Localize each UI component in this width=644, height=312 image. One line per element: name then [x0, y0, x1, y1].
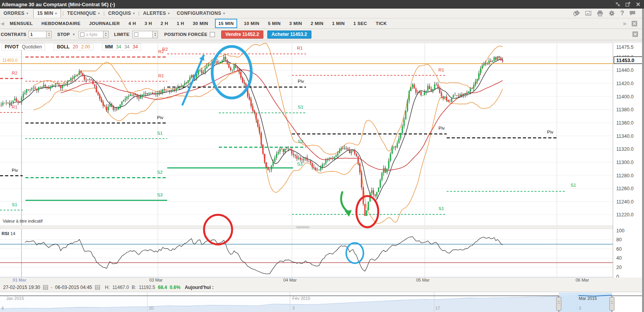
- timeframe-3-h[interactable]: 3 H: [145, 20, 152, 27]
- close-panel-icon[interactable]: [631, 21, 637, 27]
- high-value: 11467.0: [113, 285, 129, 290]
- price-tick-label: 11360.0: [616, 120, 633, 126]
- candle-body: [157, 94, 158, 94]
- sell-button[interactable]: Vendre 11452.2: [221, 30, 263, 39]
- candle-body: [373, 190, 374, 194]
- candle-body: [125, 99, 126, 100]
- scroll-left-icon[interactable]: ◀: [0, 21, 5, 26]
- candle-body: [279, 149, 281, 152]
- timeframe-tick[interactable]: TICK: [376, 20, 387, 27]
- timeframe-1-sec[interactable]: 1 SEC: [353, 20, 367, 27]
- limit-stepper[interactable]: ▲▼: [153, 31, 158, 38]
- navigator-handle[interactable]: [556, 297, 561, 310]
- candle-body: [109, 104, 111, 107]
- limit-input[interactable]: [132, 31, 153, 38]
- candle-body: [442, 96, 444, 98]
- pivot-label-s3: S3: [297, 162, 302, 166]
- timeframe-hebdomadaire[interactable]: HEBDOMADAIRE: [41, 20, 80, 27]
- close-icon[interactable]: [635, 2, 641, 7]
- candle-body: [72, 78, 73, 78]
- contracts-input[interactable]: 1: [29, 31, 47, 38]
- navigator-handle[interactable]: [610, 297, 614, 310]
- pivot-label-s3: S3: [157, 193, 163, 197]
- timeframe-30-min[interactable]: 30 MIN: [193, 20, 208, 27]
- candle-body: [483, 63, 485, 66]
- timeframe-2-min[interactable]: 2 MIN: [311, 20, 324, 27]
- pivot-label-r1: R1: [12, 105, 18, 109]
- candle-body: [451, 98, 452, 102]
- scroll-right-icon[interactable]: ▶: [624, 21, 627, 26]
- candle-body: [264, 154, 265, 162]
- candle-body: [191, 75, 192, 77]
- candle-body: [113, 107, 114, 110]
- navigator-day-label: 6: [2, 306, 4, 310]
- candle-body: [11, 102, 12, 105]
- timeframe-4-h[interactable]: 4 H: [129, 20, 136, 27]
- gear-icon[interactable]: [608, 10, 615, 16]
- forced-position-checkbox[interactable]: [210, 32, 215, 37]
- printer-icon[interactable]: [597, 10, 603, 16]
- stop-stepper[interactable]: ▲▼: [104, 31, 109, 38]
- help-icon[interactable]: ?: [620, 10, 624, 16]
- candle-body: [148, 93, 150, 94]
- candle-body: [147, 93, 148, 94]
- timeframe-3-min[interactable]: 3 MIN: [289, 20, 302, 27]
- timeframe-1-h[interactable]: 1 H: [177, 20, 184, 27]
- pivot-label-r1: R1: [438, 68, 444, 72]
- close-orderbar-icon[interactable]: [632, 31, 638, 37]
- popout-icon[interactable]: [625, 2, 631, 7]
- calendar-icon[interactable]: [43, 285, 48, 290]
- candle-body: [492, 61, 493, 62]
- candle-body: [293, 154, 294, 155]
- pivot-label-piv: Piv: [438, 126, 445, 130]
- rsi-indicator-label[interactable]: RSI 14: [2, 231, 18, 236]
- range-percent: 0.6%: [170, 285, 180, 290]
- limit-checkbox[interactable]: [134, 32, 138, 37]
- candle-body: [60, 85, 61, 88]
- candle-body: [385, 168, 386, 172]
- collapse-icon[interactable]: [615, 2, 621, 7]
- candle-body: [262, 145, 263, 154]
- candle-body: [189, 77, 190, 80]
- timeframe-2-h[interactable]: 2 H: [161, 20, 168, 27]
- stop-input[interactable]: ≥ 6pts: [79, 31, 104, 38]
- timeframe-journalier[interactable]: JOURNALIER: [89, 20, 120, 27]
- pivot-label-s1: S1: [298, 105, 303, 109]
- candle-body: [52, 85, 53, 87]
- layers-icon[interactable]: [573, 10, 580, 16]
- candle-body: [441, 93, 442, 96]
- menu-15-min[interactable]: 15 MIN▾: [33, 9, 61, 18]
- candle-body: [218, 63, 219, 64]
- timeframe-mensuel[interactable]: MENSUEL: [10, 20, 33, 27]
- stop-caret-icon[interactable]: ▼: [72, 33, 75, 36]
- timeframe-5-min[interactable]: 5 MIN: [268, 20, 281, 27]
- menu-alertes[interactable]: ALERTES▾: [140, 9, 173, 18]
- timeframe-1-min[interactable]: 1 MIN: [332, 20, 345, 27]
- comment-icon[interactable]: [629, 10, 636, 16]
- candle-body: [306, 157, 308, 160]
- candle-body: [38, 87, 39, 91]
- candle-body: [381, 173, 383, 180]
- menu-configurations[interactable]: CONFIGURATIONS▾: [173, 9, 228, 18]
- candle-body: [143, 94, 145, 94]
- image-icon[interactable]: [585, 10, 592, 16]
- legend-mm[interactable]: MM 34 34 34: [102, 43, 141, 50]
- candle-body: [431, 89, 432, 91]
- buy-button[interactable]: Acheter 11453.2: [267, 30, 311, 39]
- candle-body: [237, 68, 238, 68]
- menu-ordres[interactable]: ORDRES▾: [0, 9, 32, 18]
- timeframe-10-min[interactable]: 10 MIN: [244, 20, 259, 27]
- candle-body: [308, 160, 309, 161]
- candle-body: [186, 83, 187, 84]
- calendar-icon[interactable]: [95, 285, 100, 290]
- candle-body: [261, 133, 262, 145]
- contracts-stepper[interactable]: ▲▼: [47, 31, 52, 38]
- menu-croquis[interactable]: CROQUIS▾: [105, 9, 138, 18]
- legend-pivot[interactable]: PIVOT Quotidien: [2, 43, 45, 50]
- stop-checkbox[interactable]: [80, 32, 84, 37]
- timeframe-15-min[interactable]: 15 MIN: [215, 19, 237, 28]
- candle-body: [177, 87, 179, 89]
- menu-technique[interactable]: TECHNIQUE▾: [64, 9, 104, 18]
- legend-boll[interactable]: BOLL 20 2.00: [54, 43, 93, 50]
- candle-body: [4, 103, 5, 103]
